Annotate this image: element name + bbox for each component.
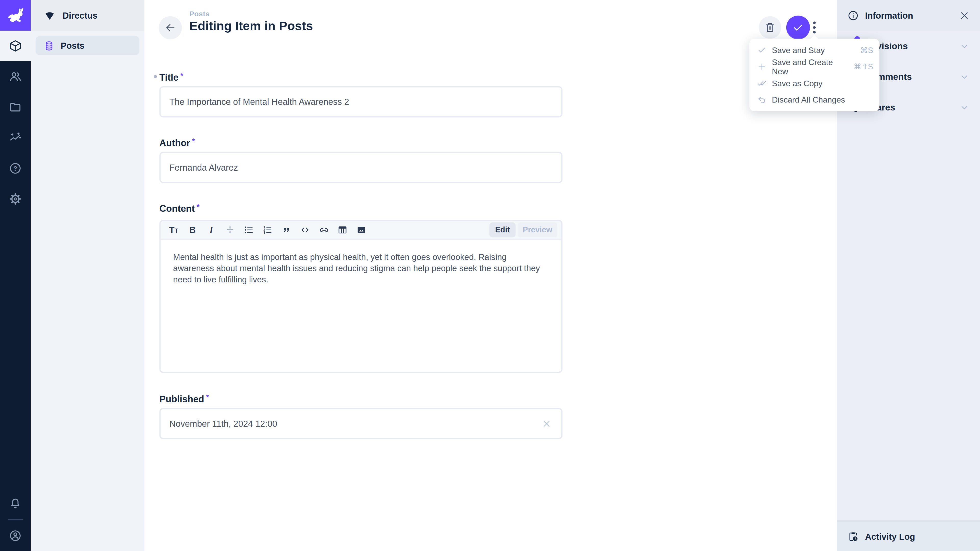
box-icon — [9, 39, 22, 52]
project-name: Directus — [62, 10, 97, 20]
undo-icon — [757, 95, 767, 105]
directus-logo[interactable] — [0, 0, 30, 30]
bell-icon — [9, 497, 22, 510]
save-options-menu: Save and Stay ⌘S Save and Create New ⌘⇧S… — [749, 39, 879, 111]
help-icon: ? — [9, 162, 22, 175]
editor-tabs: Edit Preview — [490, 222, 559, 238]
table-icon[interactable] — [333, 221, 352, 239]
tab-edit[interactable]: Edit — [490, 222, 516, 238]
notifications-button[interactable] — [0, 489, 30, 519]
nav-item-label: Posts — [61, 41, 84, 51]
required-asterisk: * — [180, 71, 183, 80]
published-input[interactable] — [159, 408, 563, 439]
bullet-list-icon[interactable] — [239, 221, 258, 239]
module-bar: ? — [0, 0, 30, 551]
required-asterisk: * — [206, 393, 209, 402]
more-options-button[interactable] — [808, 18, 821, 37]
directus-app: ? — [0, 0, 980, 551]
module-content[interactable] — [0, 30, 30, 61]
check-icon — [792, 21, 804, 34]
menu-item-save-and-stay[interactable]: Save and Stay ⌘S — [749, 42, 879, 59]
bold-icon[interactable]: B — [183, 221, 202, 239]
markdown-editor: TT B I 123 ” — [159, 220, 563, 373]
activity-log-label: Activity Log — [865, 531, 915, 541]
signal-fan-icon — [44, 10, 56, 21]
database-icon — [44, 40, 54, 51]
people-icon — [9, 70, 22, 83]
close-icon[interactable] — [959, 10, 969, 20]
chevron-down-icon — [959, 102, 969, 112]
directus-rabbit-icon — [5, 5, 26, 26]
clear-date-icon[interactable] — [542, 419, 551, 429]
info-icon — [848, 10, 859, 21]
required-asterisk: * — [197, 202, 200, 211]
activity-log-icon — [848, 530, 859, 542]
back-button[interactable] — [159, 16, 182, 40]
title-input[interactable] — [159, 86, 563, 118]
folder-icon — [9, 100, 22, 114]
content-field-label: Content* — [159, 202, 200, 213]
module-docs[interactable]: ? — [0, 153, 30, 184]
keyboard-shortcut: ⌘⇧S — [854, 62, 873, 71]
module-insights[interactable] — [0, 122, 30, 153]
svg-text:?: ? — [13, 165, 17, 172]
page-title: Editing Item in Posts — [189, 19, 313, 33]
editor-toolbar: TT B I 123 ” — [161, 221, 561, 240]
code-icon[interactable] — [296, 221, 314, 239]
dots-vertical-icon — [808, 21, 821, 35]
tab-preview[interactable]: Preview — [517, 222, 558, 238]
check-icon — [757, 45, 767, 55]
content-text: Mental health is just as important as ph… — [173, 252, 549, 286]
module-settings[interactable] — [0, 184, 30, 214]
account-button[interactable] — [0, 520, 30, 551]
double-check-icon — [757, 78, 767, 88]
menu-item-discard-all-changes[interactable]: Discard All Changes — [749, 92, 879, 108]
italic-icon[interactable]: I — [202, 221, 221, 239]
gear-icon — [9, 192, 22, 205]
sidebar-item-posts[interactable]: Posts — [36, 36, 140, 55]
numbered-list-icon[interactable]: 123 — [258, 221, 277, 239]
project-chooser[interactable]: Directus — [30, 0, 145, 30]
editor-textarea[interactable]: Mental health is just as important as ph… — [161, 240, 561, 297]
keyboard-shortcut: ⌘S — [860, 45, 873, 55]
chevron-down-icon — [959, 41, 969, 51]
menu-item-save-and-create-new[interactable]: Save and Create New ⌘⇧S — [749, 59, 879, 75]
required-asterisk: * — [192, 137, 195, 145]
svg-text:3: 3 — [263, 231, 265, 234]
blockquote-icon[interactable]: ” — [277, 221, 296, 239]
title-field-label: Title* — [159, 71, 183, 83]
nav-sidebar: Directus Posts — [30, 0, 145, 551]
field-edited-dot — [154, 75, 157, 78]
heading-icon[interactable]: TT — [164, 221, 183, 239]
link-icon[interactable] — [314, 221, 333, 239]
insights-icon — [9, 131, 22, 144]
trash-icon — [764, 22, 776, 33]
module-files[interactable] — [0, 92, 30, 122]
plus-icon — [757, 62, 767, 72]
sidebar-header: Information — [837, 0, 980, 30]
activity-log-button[interactable]: Activity Log — [837, 520, 980, 551]
image-icon[interactable] — [352, 221, 371, 239]
arrow-left-icon — [164, 22, 177, 34]
sidebar-title: Information — [865, 10, 913, 20]
delete-button[interactable] — [759, 16, 781, 39]
author-field-label: Author* — [159, 137, 195, 148]
chevron-down-icon — [959, 71, 969, 81]
account-circle-icon — [9, 529, 22, 542]
module-users[interactable] — [0, 61, 30, 92]
menu-item-save-as-copy[interactable]: Save as Copy — [749, 75, 879, 92]
breadcrumb[interactable]: Posts — [189, 10, 210, 17]
save-button[interactable] — [786, 16, 810, 39]
author-input[interactable] — [159, 152, 563, 183]
main-content: Posts Editing Item in Posts — [145, 0, 837, 551]
published-field-label: Published* — [159, 393, 209, 404]
strikethrough-icon[interactable] — [221, 221, 239, 239]
